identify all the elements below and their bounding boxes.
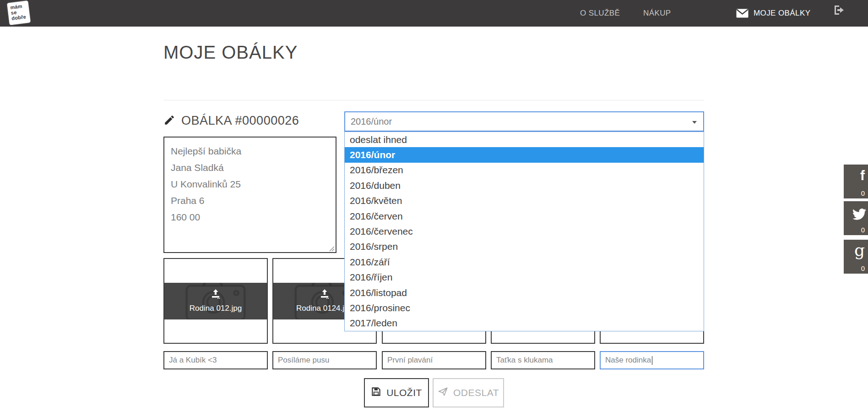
twitter-share-button[interactable]: 0 — [844, 201, 868, 235]
caption-value: První plavání — [387, 356, 433, 365]
camera-icon — [181, 283, 250, 319]
photo-caption-input-1[interactable]: Já a Kubík <3 — [163, 351, 268, 369]
google-plus-share-count: 0 — [861, 264, 865, 272]
site-logo[interactable]: mám se dobře — [7, 0, 31, 25]
dropdown-option[interactable]: 2016/červenec — [345, 224, 704, 239]
nav-item-shop[interactable]: NÁKUP — [643, 0, 671, 27]
dropdown-option[interactable]: 2016/prosinec — [345, 300, 704, 315]
photo-caption-input-5[interactable]: Naše rodinka — [600, 351, 704, 369]
send-button-label: ODESLAT — [453, 387, 499, 398]
nav-item-my-envelopes[interactable]: MOJE OBÁLKY — [736, 0, 810, 27]
photo-filename-band: Rodina 012.jpg — [164, 283, 267, 319]
send-month-dropdown: odeslat ihned 2016/únor 2016/březen 2016… — [344, 132, 704, 331]
dropdown-option[interactable]: 2016/listopad — [345, 285, 704, 300]
nav-item-label: MOJE OBÁLKY — [754, 0, 810, 27]
address-field-wrap: Nejlepší babička Jana Sladká U Konvalink… — [163, 137, 336, 253]
photo-upload-slot-1[interactable]: Rodina 012.jpg — [163, 258, 268, 344]
save-button[interactable]: ULOŽIT — [364, 378, 429, 407]
google-plus-icon: g — [854, 241, 865, 259]
save-icon — [371, 386, 381, 399]
google-plus-share-button[interactable]: g 0 — [844, 240, 868, 274]
caption-value: Posíláme pusu — [278, 356, 329, 365]
upload-icon — [210, 289, 221, 301]
dropdown-option-selected[interactable]: 2016/únor — [345, 147, 704, 162]
selected-month-value: 2016/únor — [351, 116, 392, 127]
pencil-icon[interactable] — [163, 114, 175, 128]
upload-icon — [319, 289, 330, 301]
envelope-icon — [736, 9, 749, 18]
dropdown-option[interactable]: odeslat ihned — [345, 132, 704, 147]
envelope-number: OBÁLKA #00000026 — [181, 114, 299, 128]
photo-caption-input-4[interactable]: Taťka s klukama — [491, 351, 595, 369]
caption-value: Taťka s klukama — [496, 356, 553, 365]
nav-item-about[interactable]: O SLUŽBĚ — [580, 0, 620, 27]
twitter-share-count: 0 — [861, 226, 865, 234]
dropdown-option[interactable]: 2016/březen — [345, 163, 704, 178]
divider — [163, 100, 704, 100]
chevron-down-icon — [692, 121, 697, 124]
resize-handle[interactable] — [329, 245, 335, 251]
top-bar: mám se dobře O SLUŽBĚ NÁKUP MOJE OBÁLKY — [0, 0, 868, 27]
page: mám se dobře O SLUŽBĚ NÁKUP MOJE OBÁLKY — [0, 0, 868, 418]
dropdown-option[interactable]: 2016/říjen — [345, 270, 704, 285]
dropdown-option[interactable]: 2016/srpen — [345, 239, 704, 254]
dropdown-option[interactable]: 2016/září — [345, 254, 704, 270]
photo-filename: Rodina 012.jpg — [190, 304, 242, 313]
facebook-icon: f — [860, 168, 865, 183]
sign-out-icon — [833, 0, 845, 27]
facebook-share-count: 0 — [861, 189, 865, 197]
address-textarea[interactable]: Nejlepší babička Jana Sladká U Konvalink… — [163, 137, 336, 253]
caption-value: Já a Kubík <3 — [169, 356, 217, 365]
send-button[interactable]: ODESLAT — [433, 378, 504, 407]
dropdown-option[interactable]: 2016/květen — [345, 193, 704, 209]
send-icon — [438, 386, 448, 399]
photo-caption-input-3[interactable]: První plavání — [382, 351, 486, 369]
logout-button[interactable] — [833, 0, 845, 27]
dropdown-option[interactable]: 2017/leden — [345, 316, 704, 331]
photo-caption-input-2[interactable]: Posíláme pusu — [272, 351, 377, 369]
save-button-label: ULOŽIT — [386, 387, 422, 398]
page-title: MOJE OBÁLKY — [163, 42, 298, 63]
text-cursor — [652, 356, 652, 365]
envelope-heading: OBÁLKA #00000026 — [163, 114, 299, 128]
send-month-select[interactable]: 2016/únor — [344, 111, 704, 132]
caption-value: Naše rodinka — [605, 356, 651, 365]
dropdown-option[interactable]: 2016/duben — [345, 178, 704, 193]
dropdown-option[interactable]: 2016/červen — [345, 209, 704, 224]
facebook-share-button[interactable]: f 0 — [844, 165, 868, 198]
